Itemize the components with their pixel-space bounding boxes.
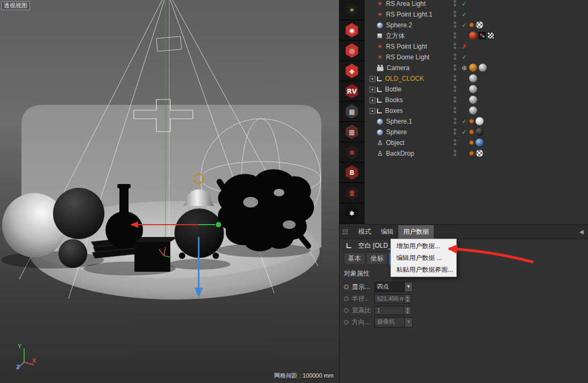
checker-ball-tag[interactable]	[476, 21, 484, 29]
object-row[interactable]: Bottle	[365, 84, 588, 95]
field-input[interactable]: 1▲▼	[374, 306, 411, 315]
check-icon[interactable]: ✓	[462, 10, 467, 19]
rs-settings-icon-button[interactable]: ✱	[340, 203, 364, 224]
object-row[interactable]: ☀RS Point Light✗	[365, 41, 588, 52]
blue-ball-tag[interactable]	[476, 139, 484, 147]
visibility-dot-editor[interactable]	[454, 43, 456, 45]
gray-ball-tag[interactable]	[469, 96, 477, 104]
orange-ball-tag[interactable]	[469, 64, 477, 72]
stepper-down-icon[interactable]: ▼	[404, 310, 411, 315]
rs-light-icon-button[interactable]: ☀	[340, 0, 364, 20]
visibility-dot-editor[interactable]	[454, 75, 456, 78]
visibility-dot-render[interactable]	[454, 143, 456, 145]
object-row[interactable]: Boxes	[365, 105, 588, 116]
visibility-dots[interactable]	[454, 64, 456, 71]
visibility-dots[interactable]	[454, 43, 456, 49]
visibility-dot-editor[interactable]	[454, 139, 456, 142]
object-row[interactable]: ☀RS Point Light.1✓	[365, 9, 588, 20]
visibility-dot-render[interactable]	[454, 47, 456, 49]
visibility-dot-render[interactable]	[454, 132, 456, 135]
orange-dot-tag[interactable]	[469, 151, 474, 156]
visibility-dot-editor[interactable]	[454, 118, 456, 120]
keyframe-ring-icon[interactable]	[344, 285, 349, 289]
visibility-dot-editor[interactable]	[454, 0, 456, 3]
object-row[interactable]: Sphere✓	[365, 127, 588, 137]
tab-coordinates[interactable]: 坐标	[366, 252, 388, 265]
speckle-flat-tag[interactable]	[479, 32, 486, 39]
tab-basic[interactable]: 基本	[344, 252, 365, 265]
object-row[interactable]: ♙Object	[365, 137, 588, 148]
stepper-down-icon[interactable]: ▼	[404, 298, 411, 303]
rs-camera-icon-button[interactable]: ◉	[340, 20, 364, 41]
stepper-up-icon[interactable]: ▲	[404, 307, 411, 311]
keyframe-ring-icon[interactable]	[344, 296, 349, 301]
object-row[interactable]: Camera⊕	[365, 63, 588, 73]
check-icon[interactable]: ✓	[462, 21, 467, 29]
object-row[interactable]: ♙BackDrop	[365, 148, 588, 159]
visibility-dot-render[interactable]	[454, 4, 456, 6]
checker-flat-tag[interactable]	[487, 32, 494, 39]
orange-dot-tag[interactable]	[469, 22, 474, 27]
red-ball-tag[interactable]	[469, 32, 477, 40]
check-icon[interactable]: ✓	[462, 0, 467, 8]
rs-renderview-icon-button[interactable]: RV	[340, 81, 364, 102]
checker-ball-tag[interactable]	[476, 149, 484, 157]
check-icon[interactable]: ✓	[462, 117, 467, 126]
stepper-arrows[interactable]: ▲▼	[404, 294, 411, 303]
object-row[interactable]: ☀RS Area Light✓	[365, 0, 588, 9]
rs-bake-icon-button[interactable]: B	[340, 163, 364, 183]
visibility-dots[interactable]	[454, 53, 456, 60]
visibility-dot-render[interactable]	[454, 68, 456, 71]
expand-toggle-icon[interactable]	[370, 87, 375, 93]
visibility-dots[interactable]	[454, 107, 456, 113]
menubar-item-user-data[interactable]: 用户数据	[398, 225, 434, 239]
visibility-dot-editor[interactable]	[454, 21, 456, 24]
visibility-dot-render[interactable]	[454, 14, 456, 17]
object-row[interactable]: 立方体	[365, 30, 588, 41]
expand-toggle-icon[interactable]	[370, 76, 375, 82]
visibility-dots[interactable]	[454, 75, 456, 81]
menubar-item-mode[interactable]: 模式	[353, 225, 376, 239]
visibility-dot-render[interactable]	[454, 57, 456, 60]
visibility-dots[interactable]	[454, 118, 456, 124]
object-row[interactable]: Sphere.2✓	[365, 20, 588, 30]
rs-texture-icon-button[interactable]: ▦	[340, 102, 364, 122]
visibility-dot-editor[interactable]	[454, 96, 456, 99]
menu-item-paste-user-data-interface[interactable]: 粘贴用户数据界面...	[391, 264, 456, 275]
object-row[interactable]: Sphere.1✓	[365, 116, 588, 127]
menu-item-edit-user-data[interactable]: 编辑用户数据 ...	[391, 252, 456, 264]
check-icon[interactable]: ✓	[462, 128, 467, 136]
visibility-dot-render[interactable]	[454, 89, 456, 92]
visibility-dots[interactable]	[454, 139, 456, 145]
stepper-up-icon[interactable]: ▲	[404, 295, 411, 299]
white-ball-tag[interactable]	[476, 117, 484, 125]
field-select[interactable]: 摄像机▼	[374, 317, 413, 327]
field-input[interactable]: 621.456 m▲▼	[374, 294, 411, 303]
visibility-dot-render[interactable]	[454, 100, 456, 103]
visibility-dot-render[interactable]	[454, 154, 456, 156]
object-row[interactable]: OLD_CLOCK	[365, 73, 588, 84]
visibility-dot-editor[interactable]	[454, 53, 456, 56]
keyframe-ring-icon[interactable]	[344, 308, 349, 313]
object-manager[interactable]: ☀RS Area Light✓☀RS Point Light.1✓Sphere.…	[364, 0, 588, 225]
visibility-dot-render[interactable]	[454, 79, 456, 81]
visibility-dot-editor[interactable]	[454, 150, 456, 152]
keyframe-ring-icon[interactable]	[344, 320, 349, 325]
cross-icon[interactable]: ✗	[462, 42, 467, 51]
gray-ball-tag[interactable]	[469, 74, 477, 82]
orange-dot-tag[interactable]	[469, 129, 474, 134]
visibility-dot-editor[interactable]	[454, 64, 456, 67]
visibility-dots[interactable]	[454, 86, 456, 92]
gray-ball-tag[interactable]	[469, 106, 477, 114]
rs-shader-list-icon-button[interactable]: ≡	[340, 142, 364, 163]
stepper-arrows[interactable]: ▲▼	[404, 306, 411, 315]
visibility-dot-editor[interactable]	[454, 11, 456, 13]
panel-options-icon[interactable]: ◀	[579, 228, 584, 235]
black-ball-tag[interactable]	[476, 128, 484, 136]
panel-drag-handle-icon[interactable]	[342, 229, 348, 235]
attribute-object-row[interactable]: 空白 [OLD_C...	[340, 239, 588, 252]
visibility-dot-render[interactable]	[454, 121, 456, 124]
visibility-dot-render[interactable]	[454, 36, 456, 39]
visibility-dots[interactable]	[454, 0, 456, 6]
rs-proxy-icon-button[interactable]: ◎	[340, 41, 364, 61]
